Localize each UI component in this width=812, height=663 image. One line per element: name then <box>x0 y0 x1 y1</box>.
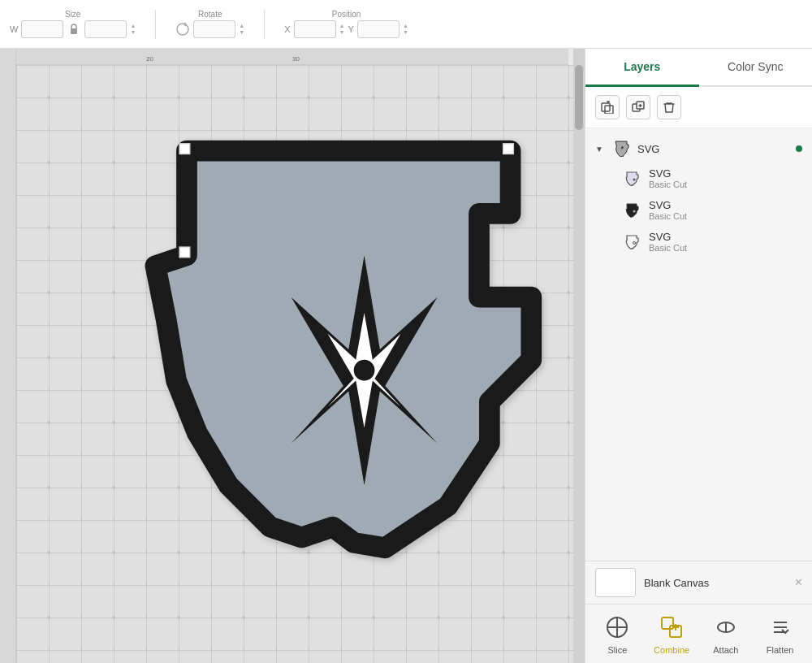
svg-item-icon-2 <box>624 233 642 251</box>
rotate-group: Rotate ▲▼ <box>175 10 244 38</box>
rotate-label: Rotate <box>198 10 222 19</box>
svg-group-icon <box>613 140 631 158</box>
layer-item-name-0: SVG <box>649 167 687 180</box>
combine-button[interactable]: Combine <box>651 613 692 655</box>
x-spinner[interactable]: ▲▼ <box>339 23 345 36</box>
width-input[interactable] <box>21 20 63 38</box>
right-panel: Layers Color Sync <box>585 49 812 663</box>
slice-icon <box>603 613 632 642</box>
size-spinner[interactable]: ▲▼ <box>130 23 136 36</box>
combine-label: Combine <box>654 645 689 655</box>
layer-item-text-0: SVG Basic Cut <box>649 167 687 189</box>
svg-rect-24 <box>662 618 673 629</box>
divider-2 <box>264 10 265 39</box>
svg-point-20 <box>633 241 636 244</box>
layer-item-name-2: SVG <box>649 231 687 243</box>
canvas-area[interactable]: 20 30 <box>0 49 585 663</box>
layer-item-text-2: SVG Basic Cut <box>649 231 687 253</box>
y-input[interactable] <box>357 20 400 38</box>
layer-active-dot <box>796 145 802 152</box>
blank-canvas-thumbnail <box>595 568 636 597</box>
rotate-spinner[interactable]: ▲▼ <box>239 23 244 36</box>
size-label: Size <box>65 10 80 19</box>
x-input[interactable] <box>294 20 336 38</box>
add-layer-icon <box>601 101 614 114</box>
flatten-button[interactable]: Flatten <box>760 613 801 655</box>
blank-canvas-bar: Blank Canvas × <box>585 561 812 604</box>
layer-delete-button[interactable] <box>657 95 681 119</box>
tab-color-sync[interactable]: Color Sync <box>699 49 813 87</box>
position-group: Position X ▲▼ Y ▲▼ <box>284 10 408 38</box>
svg-item-icon-0 <box>624 170 642 188</box>
size-group: Size W ▲▼ <box>10 10 136 38</box>
width-label: W <box>10 24 18 34</box>
attach-icon <box>711 613 741 642</box>
layer-item-text-1: SVG Basic Cut <box>649 199 687 221</box>
position-label: Position <box>332 10 361 19</box>
layer-group-svg: ▼ SVG <box>585 135 812 258</box>
height-input[interactable] <box>84 20 127 38</box>
layer-item-0[interactable]: SVG Basic Cut <box>585 162 812 194</box>
layer-item-subname-2: Basic Cut <box>649 243 687 253</box>
blank-canvas-close[interactable]: × <box>795 575 802 590</box>
layer-item-subname-1: Basic Cut <box>649 211 687 221</box>
layer-toolbar <box>585 87 812 128</box>
blank-canvas-label: Blank Canvas <box>644 577 787 589</box>
grid-canvas <box>16 65 573 663</box>
size-inputs: W ▲▼ <box>10 20 136 38</box>
svg-rect-9 <box>179 247 190 258</box>
y-spinner[interactable]: ▲▼ <box>403 23 408 36</box>
layer-item-name-1: SVG <box>649 199 687 211</box>
layer-item-subname-0: Basic Cut <box>649 180 687 189</box>
chevron-down-icon: ▼ <box>595 145 607 154</box>
artwork-container[interactable] <box>114 130 552 569</box>
flatten-icon <box>766 613 795 642</box>
svg-item-icon-1 <box>624 202 642 219</box>
ruler-horizontal: 20 30 <box>0 49 568 65</box>
svg-point-6 <box>354 360 375 381</box>
layer-list: ▼ SVG <box>585 128 812 561</box>
layer-item-2[interactable]: SVG Basic Cut <box>585 226 812 258</box>
y-label: Y <box>348 24 354 34</box>
rotate-input[interactable] <box>193 20 235 38</box>
slice-label: Slice <box>607 645 627 655</box>
rotate-icon <box>175 22 190 37</box>
svg-rect-11 <box>605 106 613 114</box>
rotate-inputs: ▲▼ <box>175 20 244 38</box>
delete-icon <box>663 101 676 114</box>
duplicate-icon <box>632 101 645 114</box>
svg-rect-8 <box>503 144 514 154</box>
bottom-actions: Slice Combine <box>585 604 812 663</box>
slice-button[interactable]: Slice <box>597 613 637 655</box>
attach-button[interactable]: Attach <box>706 613 746 655</box>
layer-group-name: SVG <box>637 143 659 155</box>
ruler-mark-30: 30 <box>292 55 300 63</box>
tab-layers[interactable]: Layers <box>585 49 699 87</box>
layer-group-header[interactable]: ▼ SVG <box>585 135 812 162</box>
divider-1 <box>155 10 156 39</box>
svg-rect-0 <box>71 28 77 34</box>
flatten-label: Flatten <box>767 645 794 655</box>
ruler-mark-20: 20 <box>146 55 153 63</box>
layer-add-button[interactable] <box>595 95 620 119</box>
position-inputs: X ▲▼ Y ▲▼ <box>284 20 408 38</box>
svg-rect-10 <box>602 103 610 111</box>
main-area: 20 30 <box>0 49 812 663</box>
ruler-vertical <box>0 49 16 663</box>
svg-rect-7 <box>179 144 190 154</box>
svg-point-18 <box>633 178 636 180</box>
tabs: Layers Color Sync <box>585 49 812 87</box>
scrollbar-vertical[interactable] <box>573 49 585 663</box>
lock-icon[interactable] <box>67 22 81 37</box>
layer-group-text: SVG <box>637 143 659 155</box>
svg-point-19 <box>633 210 636 212</box>
scrollbar-thumb[interactable] <box>575 65 583 130</box>
layer-item-1[interactable]: SVG Basic Cut <box>585 194 812 226</box>
x-label: X <box>284 24 290 34</box>
combine-icon <box>657 613 686 642</box>
layer-duplicate-button[interactable] <box>626 95 650 119</box>
main-toolbar: Size W ▲▼ Rotate ▲▼ Position X ▲▼ Y ▲▼ <box>0 0 812 49</box>
texas-svg <box>114 130 552 569</box>
attach-label: Attach <box>713 645 738 655</box>
